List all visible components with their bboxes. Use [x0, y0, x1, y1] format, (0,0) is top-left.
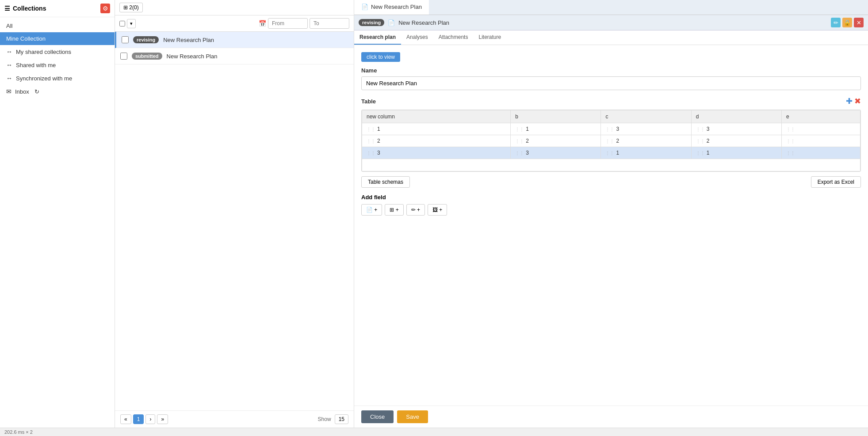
right-panel: 📄 New Research Plan revising 📄 New Resea… [354, 0, 868, 428]
add-text-field-button[interactable]: 📄 + [361, 204, 382, 216]
item-checkbox-1[interactable] [122, 36, 129, 43]
cell[interactable]: ⋮⋮3 [691, 123, 781, 135]
tab-literature[interactable]: Literature [473, 30, 506, 45]
sidebar-item-mine-label: Mine Collection [6, 35, 46, 42]
current-page-button[interactable]: 1 [133, 414, 144, 424]
tab-analyses[interactable]: Analyses [401, 30, 433, 45]
col-new-column: new column [362, 110, 511, 123]
cell-value: 1 [616, 150, 619, 156]
next-page-button[interactable]: › [145, 414, 155, 424]
panel-close-button[interactable]: ✕ [854, 18, 864, 27]
cell[interactable]: ⋮⋮2 [691, 135, 781, 147]
click-to-view-button[interactable]: click to view [361, 52, 400, 62]
sidebar-item-inbox[interactable]: ✉ Inbox ↻ [0, 85, 115, 98]
show-label: Show [318, 416, 331, 422]
count-badge-text: 2(0) [129, 4, 138, 11]
add-field-section: Add field 📄 + ⊞ + ✏ + 🖼 + [361, 194, 861, 216]
first-page-button[interactable]: « [120, 414, 131, 424]
header-title: New Research Plan [398, 19, 449, 26]
filter-dropdown-button[interactable]: ▾ [127, 19, 136, 28]
table-row: ⋮⋮1 ⋮⋮1 ⋮⋮3 ⋮⋮3 ⋮⋮ [362, 123, 860, 135]
cell[interactable]: ⋮⋮1 [601, 147, 691, 159]
tab-attachments[interactable]: Attachments [433, 30, 474, 45]
list-item[interactable]: revising New Research Plan [115, 32, 354, 48]
cell[interactable]: ⋮⋮2 [362, 135, 511, 147]
sidebar-header: ☰ Collections ⚙ [0, 0, 115, 17]
share-icon: ↔ [6, 48, 12, 55]
tab-research-plan[interactable]: Research plan [354, 30, 401, 45]
cell[interactable]: ⋮⋮1 [511, 123, 601, 135]
name-field-label: Name [361, 67, 861, 74]
sidebar-item-all[interactable]: All [0, 19, 115, 32]
cell[interactable]: ⋮⋮3 [511, 147, 601, 159]
col-c: c [601, 110, 691, 123]
list-panel: ⊞ 2(0) ▾ 📅 revising New Research Plan [115, 0, 354, 428]
cell[interactable]: ⋮⋮3 [601, 123, 691, 135]
sidebar-item-mine[interactable]: Mine Collection [0, 32, 115, 45]
table-scroll-container: new column b c d e ⋮⋮1 ⋮⋮1 ⋮⋮3 ⋮⋮3 [361, 110, 861, 172]
save-button[interactable]: Save [397, 410, 428, 423]
add-image-field-button[interactable]: 🖼 + [428, 204, 447, 216]
sidebar-item-sync-label: Synchronized with me [16, 75, 72, 82]
cell-value: 3 [526, 150, 529, 156]
refresh-icon[interactable]: ↻ [34, 88, 39, 95]
sidebar-item-all-label: All [6, 23, 12, 29]
filter-date-group: 📅 [259, 18, 349, 29]
sidebar-item-shared-with-me[interactable]: ↔ Shared with me [0, 58, 115, 72]
select-all-checkbox[interactable] [119, 21, 125, 27]
last-page-button[interactable]: » [157, 414, 168, 424]
from-date-input[interactable] [268, 18, 308, 29]
to-date-input[interactable] [310, 18, 349, 29]
cell[interactable]: ⋮⋮3 [362, 147, 511, 159]
cell[interactable]: ⋮⋮2 [511, 135, 601, 147]
share-icon-2: ↔ [6, 61, 12, 68]
sidebar-item-synchronized[interactable]: ↔ Synchronized with me [0, 72, 115, 85]
item-checkbox-2[interactable] [120, 53, 127, 60]
cell[interactable]: ⋮⋮1 [362, 123, 511, 135]
edit-button[interactable]: ✏ [831, 18, 841, 27]
list-item[interactable]: submitted New Research Plan [115, 48, 354, 64]
tab-new-research-plan[interactable]: 📄 New Research Plan [354, 0, 429, 15]
tab-research-plan-label: Research plan [359, 34, 396, 40]
header-status-badge: revising [359, 19, 384, 26]
table-row: ⋮⋮3 ⋮⋮3 ⋮⋮1 ⋮⋮1 ⋮⋮ [362, 147, 860, 159]
table-action-buttons: ✚ ✖ [846, 96, 861, 106]
tab-label: New Research Plan [371, 4, 422, 10]
sidebar-settings-button[interactable]: ⚙ [100, 4, 110, 13]
col-d: d [691, 110, 781, 123]
export-excel-button[interactable]: Export as Excel [811, 176, 861, 188]
add-field-label: Add field [361, 194, 861, 201]
status-badge-revising: revising [133, 36, 159, 43]
table-add-column-button[interactable]: ✚ [846, 96, 853, 106]
count-badge[interactable]: ⊞ 2(0) [119, 3, 143, 12]
sidebar-item-my-shared[interactable]: ↔ My shared collections [0, 45, 115, 58]
item-name-1: New Research Plan [163, 37, 214, 43]
list-topbar: ⊞ 2(0) [115, 0, 354, 15]
close-button[interactable]: Close [361, 410, 394, 423]
cell[interactable]: ⋮⋮ [782, 135, 860, 147]
col-header-0: new column [367, 114, 395, 120]
cell[interactable]: ⋮⋮2 [601, 135, 691, 147]
calendar-icon: 📅 [259, 20, 266, 27]
table-schemas-button[interactable]: Table schemas [361, 176, 410, 188]
name-field-input[interactable] [361, 76, 861, 90]
add-table-field-button[interactable]: ⊞ + [385, 204, 403, 216]
cell[interactable]: ⋮⋮1 [691, 147, 781, 159]
add-edit-field-button[interactable]: ✏ + [406, 204, 425, 216]
sidebar-title: ☰ Collections [4, 5, 46, 12]
panel-content: click to view Name Table ✚ ✖ new column … [354, 45, 868, 406]
cell[interactable]: ⋮⋮ [782, 147, 860, 159]
cell-value: 1 [377, 126, 380, 132]
lock-button[interactable]: 🔒 [842, 18, 852, 27]
header-action-buttons: ✏ 🔒 ✕ [831, 18, 864, 27]
col-header-3: d [696, 114, 699, 120]
cell-value: 3 [707, 126, 710, 132]
research-plan-list: revising New Research Plan submitted New… [115, 32, 354, 410]
cell[interactable]: ⋮⋮ [782, 123, 860, 135]
table-remove-column-button[interactable]: ✖ [854, 96, 861, 106]
panel-tabs: Research plan Analyses Attachments Liter… [354, 30, 868, 45]
inbox-icon: ✉ [6, 88, 11, 95]
sidebar-item-shared-label: Shared with me [16, 62, 56, 68]
add-field-buttons: 📄 + ⊞ + ✏ + 🖼 + [361, 204, 861, 216]
header-doc-icon: 📄 [388, 19, 395, 26]
